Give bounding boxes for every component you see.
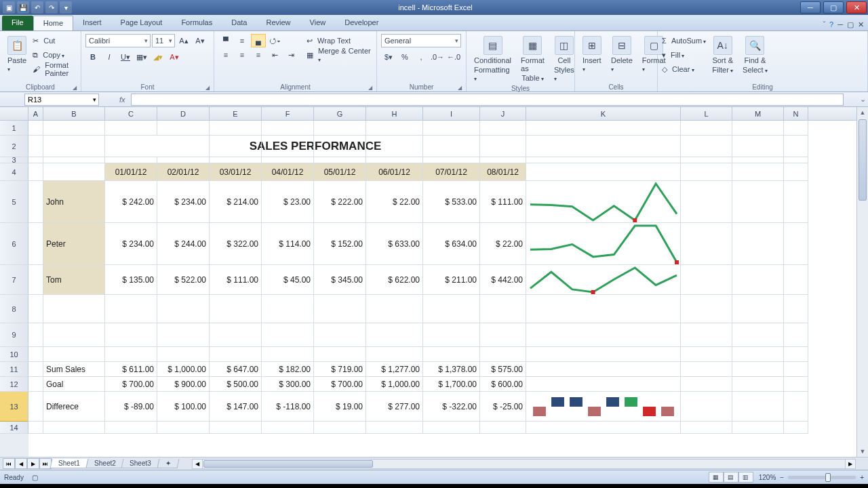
cell-A8[interactable] [28,295,43,323]
cell-H1[interactable] [366,121,423,136]
cell-B6[interactable]: Peter [43,223,105,265]
cell-L8[interactable] [681,295,732,323]
cell-I2[interactable] [423,136,480,157]
row-header-14[interactable]: 14 [0,422,28,434]
cell-F9[interactable] [262,323,314,347]
paste-button[interactable]: 📋Paste [4,34,30,75]
cell-C14[interactable] [105,422,157,434]
cell-M7[interactable] [732,265,784,295]
column-header-J[interactable]: J [480,107,526,120]
insert-cells-button[interactable]: ⊞Insert [579,34,605,75]
cell-A13[interactable] [28,392,43,422]
row-header-2[interactable]: 2 [0,136,28,157]
column-header-G[interactable]: G [314,107,366,120]
row-header-7[interactable]: 7 [0,265,28,295]
row-header-12[interactable]: 12 [0,377,28,392]
cell-D11[interactable]: $ 1,000.00 [157,362,210,377]
cell-I4[interactable]: 07/01/12 [423,163,480,181]
cell-L5[interactable] [681,181,732,223]
cell-N13[interactable] [784,392,808,422]
cell-A4[interactable] [28,163,43,181]
cell-B8[interactable] [43,295,105,323]
cell-N4[interactable] [784,163,808,181]
cell-G5[interactable]: $ 222.00 [314,181,366,223]
cell-B2[interactable] [43,136,105,157]
cell-M8[interactable] [732,295,784,323]
cell-L12[interactable] [681,377,732,392]
tab-data[interactable]: Data [222,16,256,30]
cell-N9[interactable] [784,323,808,347]
cell-J5[interactable]: $ 111.00 [480,181,526,223]
tab-home[interactable]: Home [33,16,73,30]
horizontal-scrollbar[interactable]: ◀ ▶ [192,459,856,469]
font-name-combo[interactable]: Calibri [85,34,151,47]
close-button[interactable]: ✕ [846,1,867,14]
cell-L2[interactable] [681,136,732,157]
cell-N11[interactable] [784,362,808,377]
cell-M4[interactable] [732,163,784,181]
scroll-left-icon[interactable]: ◀ [193,460,203,468]
cell-D2[interactable] [157,136,210,157]
cell-G3[interactable] [314,157,366,163]
cell-K2[interactable] [526,136,681,157]
sheet-tab-1[interactable]: Sheet1 [50,459,89,468]
cell-D9[interactable] [157,323,210,347]
cell-H3[interactable] [366,157,423,163]
formula-bar[interactable] [131,94,844,106]
scroll-right-icon[interactable]: ▶ [845,460,855,468]
cell-B9[interactable] [43,323,105,347]
cell-N10[interactable] [784,347,808,362]
cell-I3[interactable] [423,157,480,163]
cell-M1[interactable] [732,121,784,136]
cell-L1[interactable] [681,121,732,136]
cell-A3[interactable] [28,157,43,163]
cell-D4[interactable]: 02/01/12 [157,163,210,181]
cell-J12[interactable]: $ 600.00 [480,377,526,392]
copy-button[interactable]: ⧉ Copy [33,48,77,62]
cell-E9[interactable] [210,323,262,347]
tab-nav-first-icon[interactable]: ⏮ [3,458,15,469]
cell-J9[interactable] [480,323,526,347]
sheet-tab-3[interactable]: Sheet3 [121,459,160,468]
cell-C6[interactable]: $ 234.00 [105,223,157,265]
cell-I12[interactable]: $ 1,700.00 [423,377,480,392]
cell-M12[interactable] [732,377,784,392]
accounting-icon[interactable]: $▾ [381,50,396,64]
column-header-A[interactable]: A [28,107,43,120]
cell-C7[interactable]: $ 135.00 [105,265,157,295]
cell-E3[interactable] [210,157,262,163]
cell-K10[interactable] [526,347,681,362]
cell-G2[interactable] [314,136,366,157]
cell-F13[interactable]: $ -118.00 [262,392,314,422]
row-header-13[interactable]: 13 [0,392,28,422]
cell-C1[interactable] [105,121,157,136]
zoom-level[interactable]: 120% [759,474,776,481]
cell-G12[interactable]: $ 700.00 [314,377,366,392]
align-middle-icon[interactable]: ≡ [235,34,250,47]
cell-C4[interactable]: 01/01/12 [105,163,157,181]
cell-H12[interactable]: $ 1,000.00 [366,377,423,392]
zoom-slider[interactable] [788,476,856,479]
cell-G14[interactable] [314,422,366,434]
cell-C10[interactable] [105,347,157,362]
decrease-decimal-icon[interactable]: ←.0 [446,50,461,64]
macro-record-icon[interactable]: ▢ [32,474,38,481]
page-break-view-icon[interactable]: ▥ [738,472,753,483]
cell-H14[interactable] [366,422,423,434]
cell-D14[interactable] [157,422,210,434]
cell-C12[interactable]: $ 700.00 [105,377,157,392]
cell-M2[interactable] [732,136,784,157]
format-painter-button[interactable]: 🖌 Format Painter [33,62,77,76]
cell-B12[interactable]: Goal [43,377,105,392]
cell-E5[interactable]: $ 214.00 [210,181,262,223]
cell-E14[interactable] [210,422,262,434]
cell-B11[interactable]: Sum Sales [43,362,105,377]
cell-A14[interactable] [28,422,43,434]
cell-A10[interactable] [28,347,43,362]
workbook-restore-icon[interactable]: ▢ [847,20,854,29]
cell-M6[interactable] [732,223,784,265]
cell-M9[interactable] [732,323,784,347]
autosum-button[interactable]: Σ AutoSum [662,34,706,47]
cell-D8[interactable] [157,295,210,323]
cell-A2[interactable] [28,136,43,157]
